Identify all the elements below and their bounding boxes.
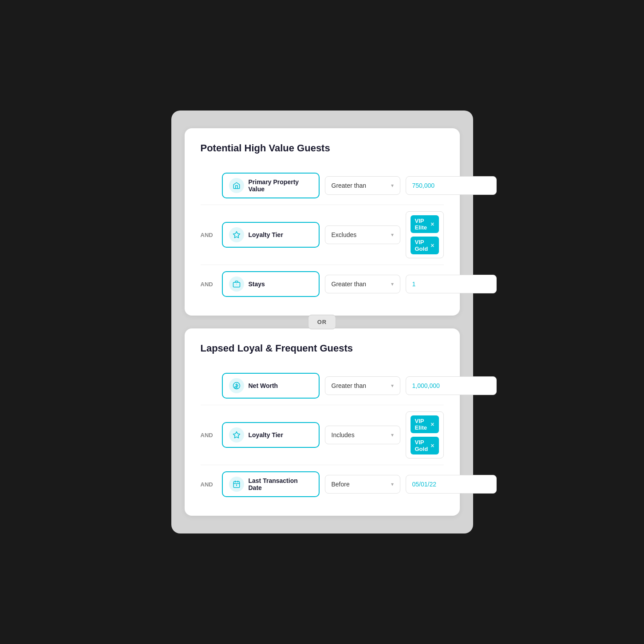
conjunction-label: AND — [201, 232, 217, 238]
operator-select[interactable]: Greater than▾ — [325, 176, 400, 195]
star-icon — [229, 227, 244, 242]
value-input[interactable] — [406, 176, 497, 195]
tags-container[interactable]: VIP Elite×VIP Gold× — [406, 211, 444, 258]
group1-title: Potential High Value Guests — [201, 142, 444, 154]
field-pill[interactable]: Loyalty Tier — [222, 222, 320, 248]
chevron-down-icon: ▾ — [391, 232, 394, 238]
operator-label: Greater than — [332, 281, 367, 288]
operator-label: Includes — [332, 431, 355, 439]
rule-row: Primary Property ValueGreater than▾ — [201, 166, 444, 205]
rule-row: ANDLoyalty TierIncludes▾VIP Elite×VIP Go… — [201, 405, 444, 465]
operator-select[interactable]: Greater than▾ — [325, 275, 400, 293]
or-divider: OR — [185, 315, 460, 329]
tag[interactable]: VIP Elite× — [411, 415, 439, 433]
group2-card: Lapsed Loyal & Frequent Guests Net Worth… — [185, 328, 460, 516]
group2-rules: Net WorthGreater than▾ANDLoyalty TierInc… — [201, 367, 444, 503]
tag-remove-button[interactable]: × — [431, 421, 434, 427]
field-label: Loyalty Tier — [249, 231, 283, 238]
conjunction-label: AND — [201, 432, 217, 439]
chevron-down-icon: ▾ — [391, 281, 394, 287]
tag-remove-button[interactable]: × — [431, 221, 434, 227]
rule-row: ANDLast Transaction DateBefore▾ — [201, 465, 444, 503]
operator-select[interactable]: Greater than▾ — [325, 376, 400, 395]
value-input[interactable] — [406, 376, 497, 395]
group2-title: Lapsed Loyal & Frequent Guests — [201, 343, 444, 354]
tag-label: VIP Gold — [415, 239, 428, 252]
field-label: Net Worth — [249, 382, 278, 389]
group1-rules: Primary Property ValueGreater than▾ANDLo… — [201, 166, 444, 303]
rule-row: ANDLoyalty TierExcludes▾VIP Elite×VIP Go… — [201, 205, 444, 265]
outer-wrapper: Potential High Value Guests Primary Prop… — [171, 111, 473, 533]
dollar-icon — [229, 378, 244, 393]
chevron-down-icon: ▾ — [391, 383, 394, 389]
tag[interactable]: VIP Gold× — [411, 237, 439, 254]
tag-label: VIP Gold — [415, 439, 428, 452]
tag-label: VIP Elite — [415, 217, 428, 231]
value-input[interactable] — [406, 475, 497, 494]
field-pill[interactable]: Last Transaction Date — [222, 471, 320, 497]
chevron-down-icon: ▾ — [391, 481, 394, 487]
operator-label: Greater than — [332, 382, 367, 389]
chevron-down-icon: ▾ — [391, 432, 394, 438]
field-label: Primary Property Value — [249, 178, 312, 193]
tags-container[interactable]: VIP Elite×VIP Gold× — [406, 411, 444, 458]
field-pill[interactable]: Stays — [222, 271, 320, 297]
star-icon — [229, 427, 244, 443]
tag-label: VIP Elite — [415, 418, 428, 431]
briefcase-icon — [229, 277, 244, 292]
field-pill[interactable]: Loyalty Tier — [222, 422, 320, 448]
field-label: Stays — [249, 281, 265, 288]
group1-card: Potential High Value Guests Primary Prop… — [185, 128, 460, 316]
or-badge: OR — [308, 315, 336, 329]
calendar-icon — [229, 477, 244, 492]
tag[interactable]: VIP Elite× — [411, 215, 439, 233]
tag-remove-button[interactable]: × — [431, 443, 434, 449]
operator-select[interactable]: Excludes▾ — [325, 225, 400, 244]
rule-row: Net WorthGreater than▾ — [201, 367, 444, 405]
conjunction-label: AND — [201, 281, 217, 288]
rule-row: ANDStaysGreater than▾ — [201, 265, 444, 303]
field-label: Last Transaction Date — [249, 477, 312, 491]
chevron-down-icon: ▾ — [391, 182, 394, 189]
operator-label: Greater than — [332, 182, 367, 189]
conjunction-label: AND — [201, 481, 217, 488]
operator-label: Before — [332, 481, 350, 488]
operator-label: Excludes — [332, 231, 357, 238]
operator-select[interactable]: Includes▾ — [325, 426, 400, 444]
tag[interactable]: VIP Gold× — [411, 437, 439, 454]
home-icon — [229, 178, 244, 193]
field-pill[interactable]: Primary Property Value — [222, 173, 320, 198]
field-label: Loyalty Tier — [249, 431, 283, 439]
tag-remove-button[interactable]: × — [431, 242, 434, 249]
field-pill[interactable]: Net Worth — [222, 373, 320, 399]
operator-select[interactable]: Before▾ — [325, 475, 400, 494]
value-input[interactable] — [406, 275, 497, 293]
